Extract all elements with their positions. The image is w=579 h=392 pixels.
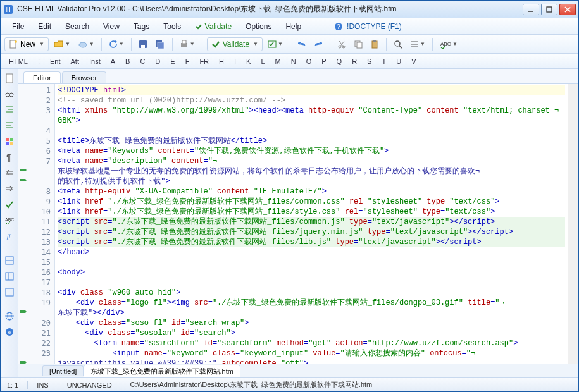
spellcheck-button[interactable]: ABC▼ — [437, 37, 460, 51]
svg-line-21 — [339, 41, 344, 47]
sidebar-panel3-button[interactable] — [3, 285, 16, 299]
line-gutter[interactable]: 1234567891011121314151617181920212223 — [18, 84, 55, 364]
minimize-button[interactable] — [523, 4, 539, 15]
tagbar-e[interactable]: E — [166, 56, 179, 66]
toolbar-main: New▼ ▼ ▼ ▼ ▼ Validate▼ ▼ ▼ ABC▼ — [1, 35, 578, 54]
tagbar-f[interactable]: F — [181, 56, 194, 66]
print-button[interactable]: ▼ — [177, 37, 197, 51]
tab-browser[interactable]: Browser — [62, 71, 106, 83]
paste-button[interactable] — [368, 37, 382, 51]
tagbar-m[interactable]: M — [271, 56, 285, 66]
copy-button[interactable] — [351, 37, 365, 51]
find-button[interactable] — [391, 37, 405, 51]
tagbar-html[interactable]: HTML — [4, 56, 32, 66]
close-button[interactable] — [559, 4, 576, 15]
menu-edit[interactable]: Edit — [32, 20, 58, 33]
sidebar-find-button[interactable] — [3, 87, 16, 101]
tagbar-inst[interactable]: Inst — [85, 56, 105, 66]
tagbar-![interactable]: ! — [34, 56, 44, 66]
menu-file[interactable]: File — [6, 20, 30, 33]
tagbar-a[interactable]: A — [106, 56, 120, 66]
vertical-scrollbar[interactable] — [568, 84, 578, 364]
doctype-help-link[interactable]: ? !DOCTYPE (F1) — [334, 22, 402, 31]
tagbar-att[interactable]: Att — [66, 56, 84, 66]
sidebar-spell-button[interactable]: ABC — [3, 214, 16, 228]
undo-button[interactable] — [295, 37, 309, 51]
menu-search[interactable]: Search — [59, 20, 96, 33]
tagbar-h[interactable]: H — [215, 56, 228, 66]
sidebar-collapse-button[interactable] — [3, 166, 16, 180]
cut-button[interactable] — [335, 37, 349, 51]
spellcheck-icon: ABC — [440, 40, 451, 49]
redo-button[interactable] — [311, 37, 325, 51]
save-button[interactable] — [136, 37, 150, 51]
tagbar-b[interactable]: B — [121, 56, 134, 66]
sidebar-doc-button[interactable] — [3, 71, 16, 85]
tagbar-t[interactable]: T — [377, 56, 390, 66]
tagbar-i[interactable]: I — [230, 56, 240, 66]
cloud-icon — [78, 40, 88, 48]
file-tab-current[interactable]: 东坡下载_绿色免费的最新版软件下载网站.htm — [84, 365, 240, 377]
tagbar-c[interactable]: C — [135, 56, 149, 66]
tab-editor[interactable]: Editor — [23, 71, 61, 83]
search-icon — [394, 40, 402, 49]
sidebar-expand-button[interactable] — [3, 182, 16, 196]
open-button[interactable]: ▼ — [51, 37, 73, 51]
sidebar-panel1-button[interactable] — [3, 254, 16, 267]
sidebar-panel2-button[interactable] — [3, 269, 16, 283]
maximize-button[interactable] — [541, 4, 557, 15]
svg-line-20 — [340, 41, 344, 47]
file-tab-untitled[interactable]: [Untitled] — [42, 365, 84, 376]
tagbar-d[interactable]: D — [151, 56, 165, 66]
paste-icon — [370, 40, 379, 49]
svg-text:e: e — [8, 329, 11, 335]
code-editor[interactable]: <!DOCTYPE html><!-- saved from url=(0020… — [55, 84, 568, 364]
findlist-button[interactable]: ▼ — [408, 37, 428, 51]
tagbar: HTML!EntAttInstABCDEFFRHIKLMNOPQRSTUV — [1, 54, 578, 69]
svg-line-27 — [399, 46, 402, 48]
collapse-icon — [4, 168, 15, 178]
colors-icon — [4, 137, 15, 147]
tagbar-o[interactable]: O — [302, 56, 316, 66]
sidebar-outdent-button[interactable] — [3, 119, 16, 133]
sidebar-indent-button[interactable] — [3, 103, 16, 117]
tagbar-q[interactable]: Q — [332, 56, 347, 66]
new-button[interactable]: New▼ — [4, 37, 49, 51]
svg-text:ABC: ABC — [5, 217, 14, 222]
svg-rect-16 — [182, 40, 186, 44]
menu-tags[interactable]: Tags — [127, 20, 156, 33]
tagbar-p[interactable]: P — [317, 56, 330, 66]
status-insert-mode: INS — [37, 381, 48, 389]
tagbar-r[interactable]: R — [347, 56, 361, 66]
menu-validate[interactable]: Validate — [189, 20, 238, 33]
tagbar-v[interactable]: V — [407, 56, 420, 66]
refresh-button[interactable]: ▼ — [106, 37, 127, 51]
tagbar-n[interactable]: N — [287, 56, 301, 66]
tagbar-k[interactable]: K — [242, 56, 255, 66]
menu-tools[interactable]: Tools — [157, 20, 187, 33]
titlebar[interactable]: H CSE HTML Validator Pro v12.00 - C:\Use… — [1, 1, 578, 18]
sidebar-browser-button[interactable]: e — [3, 325, 16, 339]
tagbar-l[interactable]: L — [256, 56, 269, 66]
sidebar-hash-button[interactable]: # — [3, 230, 16, 243]
svg-rect-14 — [158, 42, 164, 49]
pilcrow-icon: ¶ — [4, 152, 15, 162]
validate-button[interactable]: Validate▼ — [207, 37, 263, 51]
sidebar-check-button[interactable] — [3, 198, 16, 212]
svg-rect-43 — [6, 142, 9, 145]
sidebar-pilcrow-button[interactable]: ¶ — [3, 150, 16, 164]
svg-rect-52 — [6, 288, 13, 296]
tagbar-u[interactable]: U — [392, 56, 406, 66]
svg-point-33 — [6, 93, 9, 97]
sidebar-globe-button[interactable] — [3, 309, 16, 323]
sidebar-colors-button[interactable] — [3, 135, 16, 149]
menu-help[interactable]: Help — [279, 20, 308, 33]
tagbar-ent[interactable]: Ent — [46, 56, 65, 66]
save-all-button[interactable] — [153, 37, 168, 51]
menu-options[interactable]: Options — [239, 20, 278, 33]
menu-view[interactable]: View — [97, 20, 126, 33]
tagbar-s[interactable]: S — [363, 56, 376, 66]
cloud-button[interactable]: ▼ — [75, 37, 97, 51]
tagbar-fr[interactable]: FR — [195, 56, 213, 66]
batch-button[interactable]: ▼ — [265, 37, 285, 51]
